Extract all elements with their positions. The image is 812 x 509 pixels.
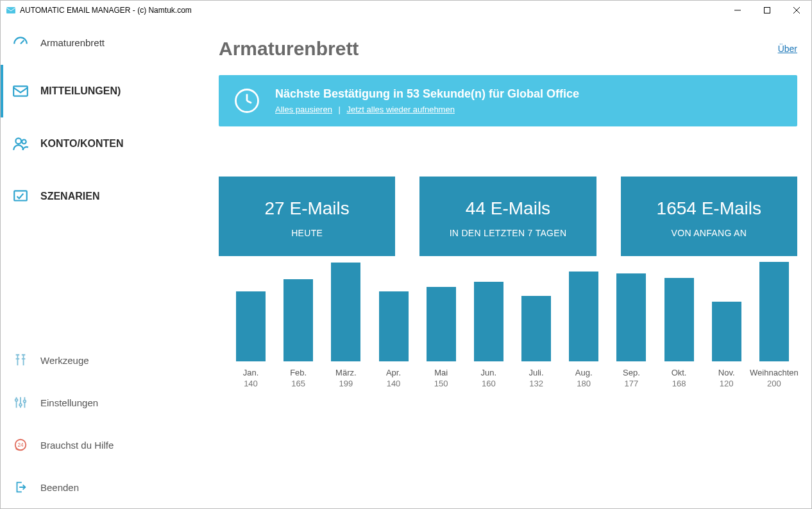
bar-value: 150: [434, 379, 448, 388]
sidebar-item-label: Einstellungen: [40, 397, 98, 408]
svg-rect-2: [765, 8, 770, 13]
stat-card-today: 27 E-Mails HEUTE: [219, 177, 395, 256]
svg-point-14: [19, 404, 22, 406]
bar-value: 140: [387, 379, 401, 388]
titlebar: AUTOMATIC EMAIL MANAGER - (c) Namtuk.com: [1, 1, 811, 20]
stat-big: 27 E-Mails: [225, 198, 389, 219]
users-icon: [12, 135, 29, 152]
svg-line-5: [21, 40, 24, 44]
sidebar-item-label: KONTO/KONTEN: [40, 138, 123, 150]
bar-col: Weihnachten200: [751, 262, 797, 388]
page-title: Armaturenbrett: [219, 38, 359, 60]
bar-col: Okt.168: [656, 278, 702, 388]
about-link[interactable]: Über: [778, 44, 797, 54]
svg-point-13: [15, 399, 18, 402]
sidebar: Armaturenbrett MITTEILUNGEN) KONTO/K: [1, 20, 193, 508]
stat-sub: HEUTE: [225, 228, 389, 238]
sidebar-item-settings[interactable]: Einstellungen: [1, 381, 193, 424]
bar: [521, 296, 551, 361]
envelope-icon: [12, 83, 29, 99]
bar-col: Apr.140: [371, 291, 417, 388]
bar-value: 168: [672, 379, 686, 388]
svg-point-15: [24, 400, 26, 402]
bar-value: 132: [529, 379, 543, 388]
bar-value: 199: [339, 379, 353, 388]
sidebar-item-label: Werkzeuge: [40, 355, 89, 366]
svg-text:24: 24: [17, 442, 24, 448]
bar-label: Jan.: [243, 368, 259, 377]
month-chart: Jan.140Feb.165März.199Apr.140Mai150Jun.1…: [219, 286, 797, 388]
bar-value: 140: [244, 379, 258, 388]
sidebar-item-help[interactable]: 24 Brauchst du Hilfe: [1, 424, 193, 466]
bar-col: Juli.132: [513, 296, 559, 388]
bar-value: 120: [720, 379, 734, 388]
svg-line-20: [247, 101, 251, 103]
sidebar-item-scenarios[interactable]: SZENARIEN: [1, 170, 193, 223]
gauge-icon: [12, 34, 29, 51]
tools-icon: [12, 352, 29, 368]
bar-label: Feb.: [290, 368, 307, 377]
bar-label: Mai: [434, 368, 448, 377]
bar-label: Okt.: [672, 368, 687, 377]
sidebar-item-exit[interactable]: Beenden: [1, 466, 193, 508]
exit-icon: [12, 479, 29, 496]
bar-value: 200: [767, 379, 781, 388]
status-banner: Nächste Bestätigung in 53 Sekunde(n) für…: [219, 75, 797, 126]
sidebar-item-dashboard[interactable]: Armaturenbrett: [1, 20, 193, 65]
bar-col: Nov.120: [704, 302, 750, 388]
svg-rect-9: [14, 191, 27, 200]
svg-rect-6: [13, 86, 28, 96]
bar-value: 180: [577, 379, 591, 388]
stat-card-alltime: 1654 E-Mails VON ANFANG AN: [621, 177, 797, 256]
main-content: Armaturenbrett Über Nächste Bestätigung …: [193, 20, 811, 508]
scenario-icon: [12, 188, 29, 205]
bar: [616, 273, 646, 361]
bar: [569, 272, 598, 361]
bar-col: Feb.165: [275, 279, 321, 388]
bar-col: März.199: [323, 263, 369, 388]
sidebar-item-label: Beenden: [40, 482, 79, 493]
minimize-button[interactable]: [723, 1, 752, 20]
bar-label: Juli.: [529, 368, 543, 377]
bar-label: Nov.: [718, 368, 735, 377]
resume-all-link[interactable]: Jetzt alles wieder aufnehmen: [347, 105, 455, 114]
stat-card-week: 44 E-Mails IN DEN LETZTEN 7 TAGEN: [419, 177, 596, 256]
sidebar-item-tools[interactable]: Werkzeuge: [1, 339, 193, 381]
sidebar-item-label: Armaturenbrett: [40, 37, 105, 48]
maximize-button[interactable]: [752, 1, 782, 20]
bar-value: 177: [625, 379, 639, 388]
bar-label: Weihnachten: [750, 368, 799, 377]
stat-big: 1654 E-Mails: [627, 198, 791, 219]
bar-label: Jun.: [481, 368, 497, 377]
bar: [759, 262, 789, 361]
pause-all-link[interactable]: Alles pausieren: [275, 105, 332, 114]
close-button[interactable]: [782, 1, 811, 20]
help-phone-icon: 24: [12, 436, 29, 453]
bar: [283, 279, 313, 361]
bar: [236, 291, 266, 361]
sliders-icon: [12, 394, 29, 411]
bar: [664, 278, 694, 361]
sidebar-item-accounts[interactable]: KONTO/KONTEN: [1, 117, 193, 170]
sidebar-item-label: Brauchst du Hilfe: [40, 440, 114, 451]
bar-value: 165: [291, 379, 305, 388]
bar: [379, 291, 409, 361]
svg-point-8: [22, 140, 26, 144]
sidebar-item-messages[interactable]: MITTEILUNGEN): [1, 65, 193, 117]
bar-label: März.: [335, 368, 357, 377]
sidebar-item-label: MITTEILUNGEN): [40, 85, 121, 97]
svg-point-7: [15, 138, 21, 144]
sidebar-item-label: SZENARIEN: [40, 191, 99, 202]
bar-col: Jun.160: [466, 282, 512, 388]
bar: [331, 263, 360, 361]
stat-big: 44 E-Mails: [426, 198, 589, 219]
bar: [427, 287, 456, 361]
svg-rect-0: [6, 7, 15, 13]
bar-col: Sep.177: [608, 273, 654, 388]
bar-col: Jan.140: [228, 291, 274, 388]
banner-title: Nächste Bestätigung in 53 Sekunde(n) für…: [275, 87, 579, 101]
app-icon: [6, 5, 16, 15]
separator: |: [339, 105, 341, 114]
bar-col: Aug.180: [561, 272, 607, 388]
stat-sub: IN DEN LETZTEN 7 TAGEN: [426, 228, 589, 238]
